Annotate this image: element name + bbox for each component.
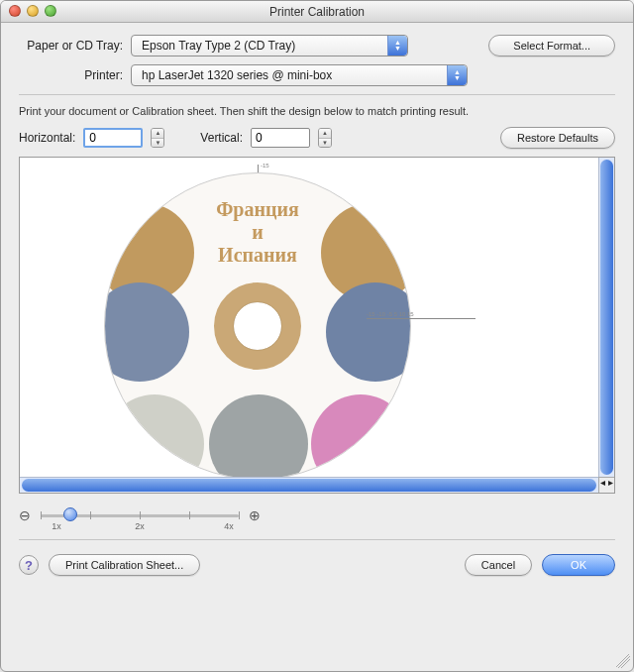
cancel-button[interactable]: Cancel xyxy=(465,554,532,576)
vertical-input[interactable] xyxy=(251,128,310,148)
disc-hole xyxy=(233,301,282,351)
stepper-up-icon[interactable]: ▲ xyxy=(319,129,331,139)
separator xyxy=(19,539,615,540)
zoom-out-icon[interactable]: ⊖ xyxy=(19,507,31,523)
printer-select[interactable]: hp LaserJet 1320 series @ mini-box ▲▼ xyxy=(131,64,468,86)
instruction-text: Print your document or Calibration sheet… xyxy=(19,105,615,117)
titlebar: Printer Calibration xyxy=(1,1,633,23)
print-calibration-sheet-button[interactable]: Print Calibration Sheet... xyxy=(49,554,200,576)
vertical-stepper[interactable]: ▲ ▼ xyxy=(318,128,332,148)
window-title: Printer Calibration xyxy=(9,5,625,19)
disc-art-photo xyxy=(209,394,308,477)
vertical-scrollbar[interactable] xyxy=(598,158,614,477)
disc-art-photo xyxy=(311,394,410,477)
tray-label: Paper or CD Tray: xyxy=(19,39,123,53)
select-format-button[interactable]: Select Format... xyxy=(488,35,615,56)
disc-art-photo xyxy=(104,282,189,382)
horizontal-stepper[interactable]: ▲ ▼ xyxy=(151,128,164,148)
tray-row: Paper or CD Tray: Epson Tray Type 2 (CD … xyxy=(19,35,615,56)
horizontal-input[interactable] xyxy=(83,128,143,148)
help-button[interactable]: ? xyxy=(19,555,39,575)
disc-art-photo xyxy=(105,394,204,477)
close-icon[interactable] xyxy=(9,5,21,17)
dropdown-arrows-icon: ▲▼ xyxy=(387,36,407,56)
disc-art-photo xyxy=(326,282,411,382)
restore-defaults-button[interactable]: Restore Defaults xyxy=(500,127,615,149)
resize-handle[interactable] xyxy=(616,654,630,668)
ok-button[interactable]: OK xyxy=(542,554,615,576)
vertical-label: Vertical: xyxy=(200,131,243,145)
stepper-down-icon[interactable]: ▼ xyxy=(319,139,331,148)
slider-knob[interactable] xyxy=(63,507,77,521)
horizontal-scrollbar[interactable] xyxy=(20,477,598,493)
zoom-tick-label: 4x xyxy=(224,521,234,531)
zoom-tick-label: 2x xyxy=(135,521,145,531)
dialog-window: Printer Calibration Paper or CD Tray: Ep… xyxy=(0,0,634,672)
scroll-thumb[interactable] xyxy=(22,479,596,492)
preview-panel: -15 -5 Франция и Испания xyxy=(19,157,615,494)
printer-row: Printer: hp LaserJet 1320 series @ mini-… xyxy=(19,64,615,86)
minimize-icon[interactable] xyxy=(27,5,39,17)
stepper-up-icon[interactable]: ▲ xyxy=(152,129,163,139)
zoom-slider[interactable]: 1x 2x 4x xyxy=(41,505,239,525)
tray-select[interactable]: Epson Tray Type 2 (CD Tray) ▲▼ xyxy=(131,35,408,56)
horizontal-label: Horizontal: xyxy=(19,131,75,145)
disc-title: Франция и Испания xyxy=(105,198,410,267)
zoom-in-icon[interactable]: ⊕ xyxy=(249,507,261,523)
zoom-control: ⊖ 1x 2x 4x ⊕ xyxy=(19,505,615,525)
preview-canvas[interactable]: -15 -5 Франция и Испания xyxy=(20,158,598,477)
horizontal-ruler: -15 -10 -5 5 10 15 xyxy=(367,318,476,328)
zoom-icon[interactable] xyxy=(45,5,56,17)
stepper-down-icon[interactable]: ▼ xyxy=(152,139,163,148)
zoom-tick-label: 1x xyxy=(52,521,61,531)
scroll-corner: ◂▸ xyxy=(598,477,614,493)
dropdown-arrows-icon: ▲▼ xyxy=(447,65,467,85)
printer-value: hp LaserJet 1320 series @ mini-box xyxy=(142,68,332,82)
window-controls xyxy=(9,5,56,17)
separator xyxy=(19,94,615,95)
disc-preview: Франция и Испания xyxy=(104,172,411,477)
content-area: Paper or CD Tray: Epson Tray Type 2 (CD … xyxy=(1,23,633,586)
footer-row: ? Print Calibration Sheet... Cancel OK xyxy=(19,554,615,576)
scroll-thumb[interactable] xyxy=(600,160,613,475)
tray-value: Epson Tray Type 2 (CD Tray) xyxy=(142,39,295,53)
printer-label: Printer: xyxy=(19,68,123,82)
offset-row: Horizontal: ▲ ▼ Vertical: ▲ ▼ Restore De… xyxy=(19,127,615,149)
